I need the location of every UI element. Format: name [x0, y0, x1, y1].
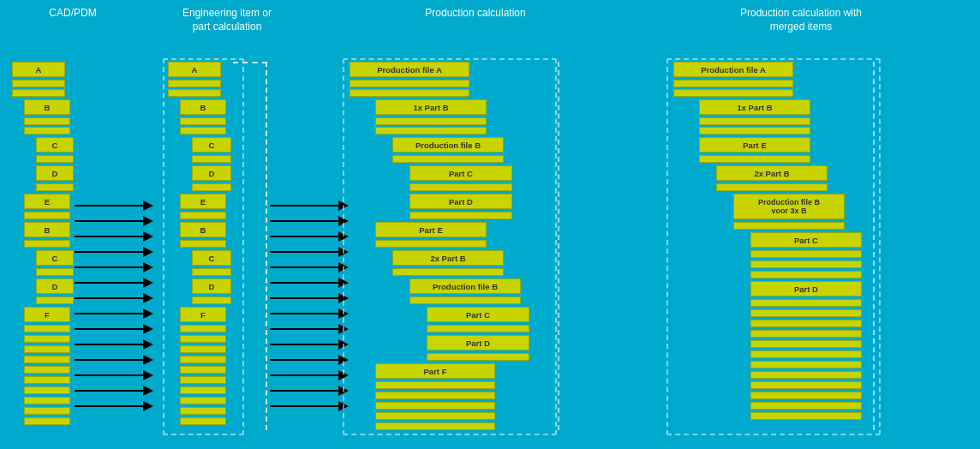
- cad-block-b2: B: [24, 222, 70, 237]
- prod-dashed-right: [557, 62, 559, 430]
- merged-dashed-border: [666, 58, 881, 435]
- cad-block-e: E: [24, 194, 70, 209]
- cad-block-c2: C: [36, 250, 74, 266]
- arrows-eng-prod: [266, 197, 351, 437]
- cad-sub-b2-1: [24, 240, 70, 248]
- cad-sub-f-5: [24, 366, 70, 374]
- cad-sub-f-7: [24, 386, 70, 394]
- cad-sub-d1-1: [36, 183, 74, 191]
- diagram: CAD/PDM Engineering item orpart calculat…: [0, 0, 980, 449]
- prod-header: Production calculation: [351, 7, 600, 21]
- cad-sub-f-10: [24, 417, 70, 425]
- cad-sub-c1-1: [36, 155, 74, 163]
- cad-sub-f-3: [24, 345, 70, 353]
- merged-header: Production calculation withmerged items: [677, 7, 925, 33]
- cad-sub-f-4: [24, 356, 70, 363]
- cad-sub-b1-1: [24, 117, 70, 125]
- cad-sub-f-8: [24, 397, 70, 404]
- cad-block-f: F: [24, 307, 70, 322]
- cad-sub-d2-1: [36, 296, 74, 304]
- arrows-cad-eng: [70, 197, 156, 437]
- cad-block-d2: D: [36, 278, 74, 294]
- cad-block-a: A: [12, 62, 65, 77]
- eng-dashed-border: [163, 58, 244, 435]
- cad-block-c1: C: [36, 137, 74, 153]
- prod-dashed-border: [343, 58, 557, 435]
- eng-header: Engineering item orpart calculation: [163, 7, 291, 33]
- cad-header: CAD/PDM: [9, 7, 137, 21]
- cad-block-d1: D: [36, 165, 74, 181]
- cad-sub-c2-1: [36, 268, 74, 276]
- cad-sub-a1: [12, 80, 65, 87]
- cad-sub-b1-2: [24, 127, 70, 135]
- cad-sub-f-1: [24, 325, 70, 332]
- cad-sub-e-1: [24, 212, 70, 219]
- cad-block-b1: B: [24, 99, 70, 115]
- cad-sub-f-9: [24, 407, 70, 415]
- cad-sub-f-6: [24, 376, 70, 384]
- cad-sub-f-2: [24, 335, 70, 343]
- cad-sub-a2: [12, 89, 65, 97]
